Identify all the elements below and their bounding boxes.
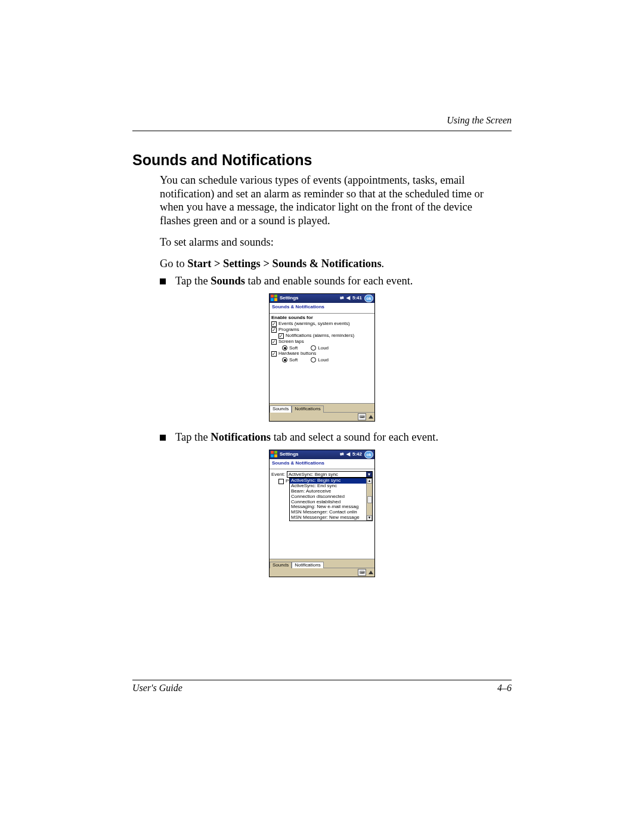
radio-label: Loud <box>318 358 329 363</box>
event-combobox[interactable]: ActiveSync: Begin sync ▼ <box>287 471 373 478</box>
radio-icon[interactable] <box>311 357 316 363</box>
chevron-down-icon[interactable]: ▼ <box>366 472 372 477</box>
screenshot-notifications-tab: Settings ⇄ ◀ 5:42 ok Sounds & Notificati… <box>132 450 512 578</box>
start-icon[interactable] <box>271 451 278 458</box>
checkbox-icon[interactable] <box>278 333 284 339</box>
ppc-tabs: Sounds Notifications <box>270 559 374 568</box>
body-paragraph: To set alarms and sounds: <box>160 236 500 249</box>
signal-icon[interactable]: ⇄ <box>340 296 344 301</box>
up-arrow-icon[interactable] <box>369 415 373 419</box>
checkbox-icon[interactable] <box>278 479 284 484</box>
checkbox-label: Programs <box>278 327 299 333</box>
list-item[interactable]: ActiveSync: Begin sync <box>290 478 372 484</box>
footer-left: User's Guide <box>132 683 182 693</box>
list-item[interactable]: Connection established <box>290 500 372 505</box>
ppc-content: Event: ActiveSync: Begin sync ▼ P Active… <box>270 469 374 559</box>
radio-soft[interactable]: Soft <box>282 345 298 351</box>
ppc-subtitle: Sounds & Notifications <box>270 303 374 314</box>
checkbox-notifications[interactable]: Notifications (alarms, reminders) <box>278 333 373 339</box>
nav-instruction: Go to Start > Settings > Sounds & Notifi… <box>160 258 512 270</box>
speaker-icon[interactable]: ◀ <box>346 296 350 301</box>
list-item[interactable]: Connection disconnected <box>290 494 372 500</box>
radio-loud[interactable]: Loud <box>311 345 329 351</box>
ppc-titlebar: Settings ⇄ ◀ 5:42 ok <box>270 450 374 459</box>
nav-prefix: Go to <box>160 258 187 270</box>
radio-label: Soft <box>289 346 298 351</box>
checkbox-hardware-buttons[interactable]: Hardware buttons <box>271 351 373 357</box>
event-listbox[interactable]: ActiveSync: Begin sync ActiveSync: End s… <box>289 478 373 521</box>
bold-text: Sounds <box>210 275 245 287</box>
signal-icon[interactable]: ⇄ <box>340 452 344 457</box>
ppc-titlebar: Settings ⇄ ◀ 5:41 ok <box>270 294 374 303</box>
list-item[interactable]: Messaging: New e-mail messag <box>290 504 372 510</box>
start-icon[interactable] <box>271 295 278 302</box>
scroll-up-icon[interactable]: ▲ <box>367 478 372 484</box>
scroll-down-icon[interactable]: ▼ <box>367 515 372 521</box>
nav-suffix: . <box>382 258 385 270</box>
list-item[interactable]: MSN Messenger: Contact onlin <box>290 510 372 515</box>
bullet-item: Tap the Notifications tab and select a s… <box>160 431 512 444</box>
footer-rule <box>132 680 512 680</box>
tab-sounds[interactable]: Sounds <box>270 562 292 569</box>
bullet-icon <box>160 278 166 284</box>
checkbox-screen-taps[interactable]: Screen taps <box>271 339 373 345</box>
checkbox-programs[interactable]: Programs <box>271 327 373 333</box>
combobox-value: ActiveSync: Begin sync <box>287 472 366 478</box>
list-item[interactable]: ActiveSync: End sync <box>290 484 372 489</box>
radio-group-screen-taps: Soft Loud <box>282 345 373 351</box>
ppc-window: Settings ⇄ ◀ 5:42 ok Sounds & Notificati… <box>269 450 375 578</box>
ok-button[interactable]: ok <box>364 295 373 302</box>
bullet-text: Tap the Notifications tab and select a s… <box>175 431 438 444</box>
scrollbar[interactable]: ▲ ▼ <box>366 478 372 520</box>
text: tab and select a sound for each event. <box>271 431 438 443</box>
clock-text: 5:41 <box>352 296 362 301</box>
page-header: Using the Screen <box>132 115 512 126</box>
checkbox-label: Hardware buttons <box>278 351 316 357</box>
text: Tap the <box>175 275 210 287</box>
scroll-thumb[interactable] <box>367 496 372 503</box>
up-arrow-icon[interactable] <box>369 571 373 574</box>
enable-sounds-label: Enable sounds for <box>271 315 373 321</box>
list-item[interactable]: MSN Messenger: New message <box>290 515 372 521</box>
checkbox-icon[interactable] <box>271 321 277 327</box>
event-row: Event: ActiveSync: Begin sync ▼ <box>271 471 373 478</box>
tab-sounds[interactable]: Sounds <box>270 405 292 413</box>
speaker-icon[interactable]: ◀ <box>346 452 350 457</box>
ppc-bottombar: ⌨ <box>270 412 374 421</box>
ppc-title: Settings <box>280 452 299 457</box>
list-item[interactable]: Beam: Autoreceive <box>290 489 372 494</box>
ppc-bottombar: ⌨ <box>270 568 374 577</box>
bullet-text: Tap the Sounds tab and enable sounds for… <box>175 275 413 287</box>
running-head: Using the Screen <box>447 115 512 126</box>
tab-notifications[interactable]: Notifications <box>292 562 324 569</box>
event-label: Event: <box>271 472 285 478</box>
checkbox-icon[interactable] <box>271 339 277 345</box>
checkbox-label: P <box>286 479 289 484</box>
checkbox-icon[interactable] <box>271 351 277 357</box>
ppc-window: Settings ⇄ ◀ 5:41 ok Sounds & Notificati… <box>269 293 375 422</box>
keyboard-icon[interactable]: ⌨ <box>358 413 366 420</box>
ppc-content: Enable sounds for Events (warnings, syst… <box>270 314 374 403</box>
screenshot-sounds-tab: Settings ⇄ ◀ 5:41 ok Sounds & Notificati… <box>132 293 512 422</box>
body-paragraph: You can schedule various types of events… <box>160 174 500 227</box>
radio-soft[interactable]: Soft <box>282 357 298 363</box>
ok-button[interactable]: ok <box>364 451 373 459</box>
checkbox-icon[interactable] <box>271 327 277 333</box>
checkbox-p[interactable]: P <box>278 479 289 484</box>
checkbox-label: Notifications (alarms, reminders) <box>286 333 354 339</box>
radio-icon[interactable] <box>282 357 287 363</box>
checkbox-label: Screen taps <box>278 339 304 345</box>
ppc-tabs: Sounds Notifications <box>270 403 374 412</box>
checkbox-events[interactable]: Events (warnings, system events) <box>271 321 373 327</box>
radio-loud[interactable]: Loud <box>311 357 329 363</box>
tab-notifications[interactable]: Notifications <box>292 405 324 413</box>
ppc-title: Settings <box>280 296 299 301</box>
text: Tap the <box>175 431 210 443</box>
listbox-items: ActiveSync: Begin sync ActiveSync: End s… <box>290 478 372 520</box>
radio-group-hardware-buttons: Soft Loud <box>282 357 373 363</box>
radio-icon[interactable] <box>282 345 287 351</box>
keyboard-icon[interactable]: ⌨ <box>358 569 366 576</box>
clock-text: 5:42 <box>352 452 362 457</box>
radio-icon[interactable] <box>311 345 316 351</box>
radio-label: Soft <box>289 358 298 363</box>
